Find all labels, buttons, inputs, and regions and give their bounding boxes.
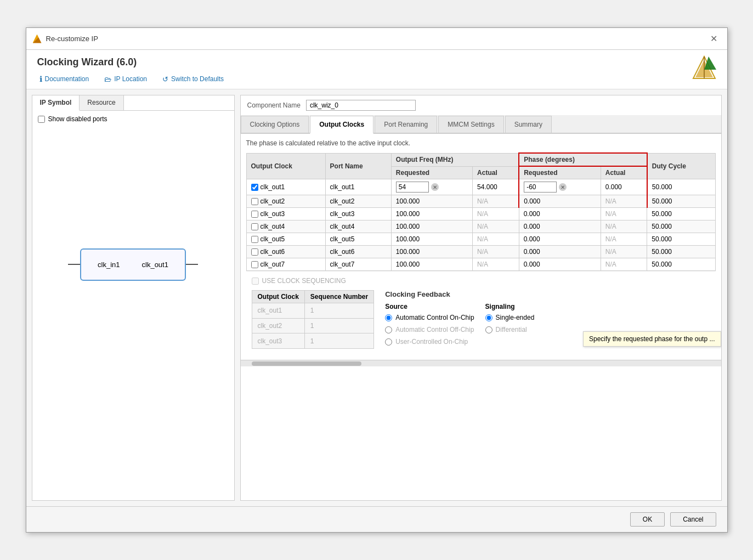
switch-defaults-button[interactable]: ↺ Switch to Defaults	[160, 74, 226, 84]
ip-symbol-inner: clk_in1 clk_out1	[98, 261, 168, 269]
signaling-section: Signaling Single-ended Differential	[485, 303, 574, 349]
clock-name: clk_out5	[261, 235, 285, 243]
clock-enable-checkbox[interactable]	[251, 211, 258, 218]
seq-col-output-clock: Output Clock	[252, 291, 304, 303]
tab-summary[interactable]: Summary	[505, 116, 552, 133]
ip-symbol: clk_in1 clk_out1	[80, 248, 186, 281]
col-port: clk_out7	[325, 258, 391, 271]
phase-actual-na: N/A	[605, 223, 616, 230]
col-check: clk_out5	[246, 233, 325, 246]
main-window: Re-customize IP ✕ Clocking Wizard (6.0) …	[26, 27, 728, 533]
freq-req-val: 100.000	[396, 197, 420, 205]
freq-req-input[interactable]	[396, 182, 429, 193]
col-phase-req: 0.000	[519, 246, 601, 258]
tab-clocking-options[interactable]: Clocking Options	[241, 116, 309, 133]
col-freq-req: 100.000	[391, 246, 472, 258]
clock-row-4: clk_out4 clk_out4 100.000 N/A 0.000 N/A …	[246, 220, 715, 233]
clock-enable-checkbox[interactable]	[251, 236, 258, 243]
col-freq-req: 100.000	[391, 220, 472, 233]
ip-location-button[interactable]: 🗁 IP Location	[102, 74, 149, 84]
col-freq-act: N/A	[473, 233, 519, 246]
signaling-radio-0[interactable]	[485, 314, 492, 321]
use-clock-seq-checkbox[interactable]	[252, 278, 259, 285]
seq-clock-name: clk_out1	[252, 303, 304, 319]
scrollbar-thumb[interactable]	[252, 361, 361, 366]
clock-row-2: clk_out2 clk_out2 100.000 N/A 0.000 N/A …	[246, 195, 715, 208]
tab-mmcm-settings[interactable]: MMCM Settings	[438, 116, 503, 133]
freq-req-clear[interactable]: ✕	[431, 183, 439, 191]
tab-ip-symbol[interactable]: IP Symbol	[32, 95, 80, 111]
source-radio-1[interactable]	[385, 326, 392, 333]
signaling-group: Single-ended Differential	[485, 314, 574, 333]
clocking-feedback-grid: Source Automatic Control On-Chip Automat…	[385, 303, 574, 349]
freq-actual-na: N/A	[477, 197, 488, 205]
use-clock-seq-row: USE CLOCK SEQUENCING	[252, 277, 710, 285]
col-phase-actual: Actual	[601, 166, 647, 179]
col-phase-act: 0.000	[601, 179, 647, 195]
titlebar: Re-customize IP ✕	[26, 28, 727, 50]
phase-actual-na: N/A	[605, 210, 616, 218]
col-port: clk_out5	[325, 233, 391, 246]
seq-row-2: clk_out2 1	[252, 318, 374, 333]
component-name-input[interactable]	[306, 100, 416, 111]
clock-name: clk_out1	[261, 183, 285, 191]
col-port: clk_out3	[325, 208, 391, 220]
col-port-name: Port Name	[325, 153, 391, 179]
clock-enable-checkbox[interactable]	[251, 198, 258, 205]
col-check: clk_out2	[246, 195, 325, 208]
source-option-1[interactable]: Automatic Control Off-Chip	[385, 326, 474, 333]
tab-port-renaming[interactable]: Port Renaming	[375, 116, 437, 133]
clock-enable-checkbox[interactable]	[251, 184, 258, 191]
clock-enable-checkbox[interactable]	[251, 261, 258, 268]
ok-button[interactable]: OK	[630, 512, 665, 527]
tab-resource[interactable]: Resource	[80, 95, 123, 110]
col-duty: 50.000	[647, 258, 715, 271]
source-option-label-0: Automatic Control On-Chip	[395, 314, 474, 321]
source-label: Source	[385, 303, 474, 310]
signaling-option-0[interactable]: Single-ended	[485, 314, 574, 321]
col-freq-act: N/A	[473, 220, 519, 233]
source-option-2[interactable]: User-Controlled On-Chip	[385, 338, 474, 346]
clock-enable-checkbox[interactable]	[251, 223, 258, 230]
close-button[interactable]: ✕	[707, 32, 721, 45]
documentation-button[interactable]: ℹ Documentation	[37, 73, 92, 84]
refresh-icon: ↺	[162, 75, 168, 83]
right-panel: Component Name Clocking Options Output C…	[240, 95, 722, 501]
source-radio-0[interactable]	[385, 314, 392, 321]
cancel-button[interactable]: Cancel	[670, 512, 716, 527]
wizard-title: Clocking Wizard (6.0)	[37, 56, 716, 68]
horizontal-scrollbar[interactable]	[241, 360, 721, 366]
freq-req-val: 100.000	[396, 248, 420, 256]
phase-actual-na: N/A	[605, 235, 616, 243]
phase-req-clear[interactable]: ✕	[559, 183, 567, 191]
seq-col-sequence-number: Sequence Number	[304, 291, 373, 303]
xilinx-logo	[692, 55, 716, 81]
signaling-radio-1[interactable]	[485, 326, 492, 333]
clock-name: clk_out3	[261, 210, 285, 218]
seq-number: 1	[304, 318, 373, 333]
phase-req-val: 0.000	[524, 235, 540, 243]
freq-actual-na: N/A	[477, 223, 488, 230]
signaling-option-1[interactable]: Differential	[485, 326, 574, 333]
col-port: clk_out4	[325, 220, 391, 233]
tab-output-clocks[interactable]: Output Clocks	[310, 116, 373, 134]
phase-req-input[interactable]	[524, 182, 557, 193]
col-freq-act: N/A	[473, 208, 519, 220]
source-radio-2[interactable]	[385, 338, 392, 346]
freq-req-val: 100.000	[396, 261, 420, 268]
seq-clock-name: clk_out3	[252, 333, 304, 349]
tooltip-box: Specify the requested phase for the outp…	[583, 331, 721, 347]
use-clock-seq-label: USE CLOCK SEQUENCING	[262, 277, 346, 285]
phase-req-val: 0.000	[524, 223, 540, 230]
phase-req-val: 0.000	[524, 261, 540, 268]
clock-enable-checkbox[interactable]	[251, 248, 258, 256]
col-output-clock: Output Clock	[246, 153, 325, 179]
show-disabled-checkbox[interactable]	[38, 116, 45, 123]
documentation-label: Documentation	[45, 75, 89, 83]
clocking-feedback-title: Clocking Feedback	[385, 290, 574, 298]
col-duty: 50.000	[647, 195, 715, 208]
seq-row-3: clk_out3 1	[252, 333, 374, 349]
col-freq-requested: Requested	[391, 166, 472, 179]
source-option-0[interactable]: Automatic Control On-Chip	[385, 314, 474, 321]
seq-row-1: clk_out1 1	[252, 303, 374, 319]
